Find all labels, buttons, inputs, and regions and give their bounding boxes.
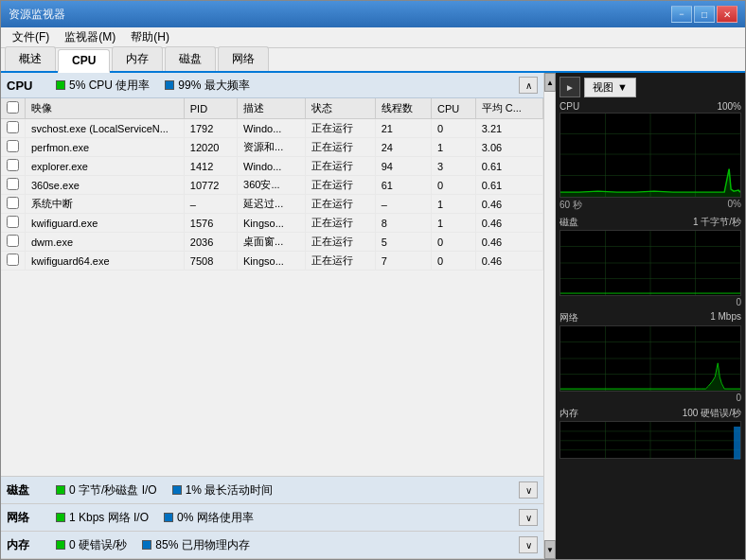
row-avg: 0.46 xyxy=(475,233,542,252)
memory-section-header[interactable]: 内存 0 硬错误/秒 85% 已用物理内存 ∨ xyxy=(1,532,543,558)
table-row[interactable]: kwifiguard.exe 1576 Kingso... 正在运行 8 1 0… xyxy=(1,214,543,233)
table-row[interactable]: perfmon.exe 12020 资源和... 正在运行 24 1 3.06 xyxy=(1,138,543,157)
row-checkbox[interactable] xyxy=(7,216,19,228)
tab-disk[interactable]: 磁盘 xyxy=(165,46,216,71)
table-row[interactable]: 系统中断 – 延迟过... 正在运行 – 1 0.46 xyxy=(1,195,543,214)
network-io-label: 1 Kbps 网络 I/O xyxy=(69,510,149,526)
cpu-section: CPU 5% CPU 使用率 99% 最大频率 ∧ xyxy=(1,73,543,477)
row-avg: 0.46 xyxy=(475,195,542,214)
network-usage-label: 0% 网络使用率 xyxy=(177,510,254,526)
view-button[interactable]: 视图 ▼ xyxy=(584,78,636,97)
tab-overview[interactable]: 概述 xyxy=(5,46,56,71)
row-checkbox[interactable] xyxy=(7,178,19,190)
row-avg: 0.61 xyxy=(475,157,542,176)
select-all-checkbox[interactable] xyxy=(7,101,19,114)
row-checkbox[interactable] xyxy=(7,197,19,209)
network-graph-title: 网络 xyxy=(560,311,578,324)
menu-monitor[interactable]: 监视器(M) xyxy=(57,27,123,47)
table-row[interactable]: explorer.exe 1412 Windo... 正在运行 94 3 0.6… xyxy=(1,157,543,176)
row-pid: 10772 xyxy=(184,176,237,195)
menu-file[interactable]: 文件(F) xyxy=(5,27,57,47)
table-row[interactable]: kwifiguard64.exe 7508 Kingso... 正在运行 7 0… xyxy=(1,252,543,271)
col-threads[interactable]: 线程数 xyxy=(375,98,431,119)
disk-graph-sublabels: 0 xyxy=(560,297,741,307)
bottom-sections: 磁盘 0 字节/秒磁盘 I/O 1% 最长活动时间 ∨ xyxy=(1,477,543,559)
tab-network[interactable]: 网络 xyxy=(218,46,269,71)
memory-graph-canvas xyxy=(560,421,741,459)
col-state[interactable]: 状态 xyxy=(306,98,376,119)
row-threads: 7 xyxy=(375,252,431,271)
close-button[interactable]: ✕ xyxy=(717,6,737,23)
memory-collapse-button[interactable]: ∨ xyxy=(519,536,538,553)
scroll-down-button[interactable]: ▼ xyxy=(544,540,556,559)
table-row[interactable]: dwm.exe 2036 桌面窗... 正在运行 5 0 0.46 xyxy=(1,233,543,252)
row-checkbox-cell[interactable] xyxy=(1,119,26,138)
disk-collapse-button[interactable]: ∨ xyxy=(519,481,538,499)
cpu-table: 映像 PID 描述 状态 线程数 CPU 平均 C... svchost. xyxy=(1,98,543,271)
row-state: 正在运行 xyxy=(306,119,376,138)
col-avg[interactable]: 平均 C... xyxy=(475,98,542,119)
row-checkbox-cell[interactable] xyxy=(1,176,26,195)
network-usage-indicator xyxy=(164,513,173,522)
network-section: 网络 1 Kbps 网络 I/O 0% 网络使用率 ∨ xyxy=(1,504,543,532)
row-checkbox-cell[interactable] xyxy=(1,195,26,214)
maximize-button[interactable]: □ xyxy=(694,6,715,23)
row-avg: 3.21 xyxy=(475,119,542,138)
row-checkbox-cell[interactable] xyxy=(1,157,26,176)
memory-stat1: 0 硬错误/秒 xyxy=(56,537,127,553)
row-checkbox-cell[interactable] xyxy=(1,214,26,233)
row-state: 正在运行 xyxy=(306,233,376,252)
network-stat1: 1 Kbps 网络 I/O xyxy=(56,510,149,526)
minimize-button[interactable]: － xyxy=(671,6,692,23)
row-cpu: 0 xyxy=(431,233,475,252)
expand-button[interactable]: ► xyxy=(560,77,580,97)
row-image: 360se.exe xyxy=(26,176,185,195)
disk-section-header[interactable]: 磁盘 0 字节/秒磁盘 I/O 1% 最长活动时间 ∨ xyxy=(1,477,543,503)
row-checkbox-cell[interactable] xyxy=(1,138,26,157)
col-cpu[interactable]: CPU xyxy=(431,98,475,119)
row-state: 正在运行 xyxy=(306,157,376,176)
row-image: dwm.exe xyxy=(26,233,185,252)
network-collapse-button[interactable]: ∨ xyxy=(519,509,538,526)
col-pid[interactable]: PID xyxy=(184,98,237,119)
row-checkbox[interactable] xyxy=(7,159,19,171)
row-desc: 360安... xyxy=(238,176,306,195)
row-checkbox-cell[interactable] xyxy=(1,252,26,271)
main-content: CPU 5% CPU 使用率 99% 最大频率 ∧ xyxy=(1,73,745,559)
cpu-table-container[interactable]: 映像 PID 描述 状态 线程数 CPU 平均 C... svchost. xyxy=(1,98,543,476)
row-checkbox[interactable] xyxy=(7,140,19,152)
cpu-graph-labels: CPU 100% xyxy=(560,101,741,112)
memory-graph-max: 100 硬错误/秒 xyxy=(683,407,741,420)
row-desc: 资源和... xyxy=(238,138,306,157)
row-pid: 2036 xyxy=(184,233,237,252)
row-pid: 12020 xyxy=(184,138,237,157)
col-image[interactable]: 映像 xyxy=(26,98,185,119)
row-checkbox[interactable] xyxy=(7,254,19,266)
row-threads: 5 xyxy=(375,233,431,252)
col-desc[interactable]: 描述 xyxy=(238,98,306,119)
network-section-header[interactable]: 网络 1 Kbps 网络 I/O 0% 网络使用率 ∨ xyxy=(1,504,543,531)
row-avg: 0.46 xyxy=(475,252,542,271)
row-threads: 24 xyxy=(375,138,431,157)
scroll-up-button[interactable]: ▲ xyxy=(544,73,556,92)
main-scrollbar[interactable]: ▲ ▼ xyxy=(544,73,556,559)
table-row[interactable]: 360se.exe 10772 360安... 正在运行 61 0 0.61 xyxy=(1,176,543,195)
memory-used-label: 85% 已用物理内存 xyxy=(155,537,249,553)
cpu-title: CPU xyxy=(7,79,44,93)
disk-graph-labels: 磁盘 1 千字节/秒 xyxy=(560,216,741,229)
row-threads: 94 xyxy=(375,157,431,176)
menu-help[interactable]: 帮助(H) xyxy=(123,27,177,47)
row-checkbox[interactable] xyxy=(7,235,19,247)
tab-cpu[interactable]: CPU xyxy=(58,49,110,73)
cpu-collapse-button[interactable]: ∧ xyxy=(519,77,538,94)
memory-graph-title: 内存 xyxy=(560,407,578,420)
left-panel: CPU 5% CPU 使用率 99% 最大频率 ∧ xyxy=(1,73,544,559)
row-checkbox-cell[interactable] xyxy=(1,233,26,252)
row-checkbox[interactable] xyxy=(7,121,19,133)
row-threads: 21 xyxy=(375,119,431,138)
col-checkbox[interactable] xyxy=(1,98,26,119)
row-threads: – xyxy=(375,195,431,214)
table-row[interactable]: svchost.exe (LocalServiceN... 1792 Windo… xyxy=(1,119,543,138)
cpu-stat1: 5% CPU 使用率 xyxy=(56,78,150,94)
tab-memory[interactable]: 内存 xyxy=(112,46,163,71)
